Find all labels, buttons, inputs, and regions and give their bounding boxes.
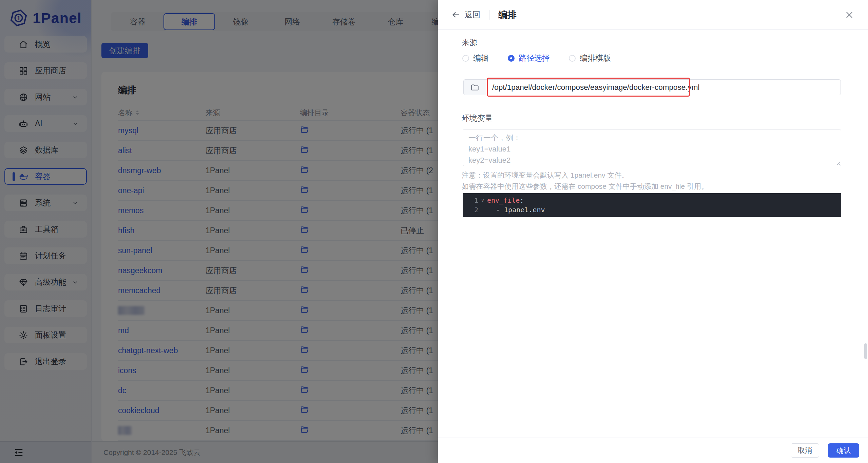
radio-label: 编排模版	[580, 53, 611, 63]
env-label: 环境变量	[462, 113, 493, 123]
source-radio-group: 编辑路径选择编排模版	[462, 53, 611, 63]
header-divider	[489, 10, 489, 20]
fold-icon[interactable]: ∨	[478, 198, 487, 203]
source-radio-1[interactable]: 编辑	[462, 53, 489, 63]
code-token: :	[520, 196, 524, 204]
radio-icon	[508, 55, 515, 62]
cancel-button[interactable]: 取消	[791, 443, 819, 458]
folder-picker-button[interactable]	[463, 79, 486, 95]
back-button[interactable]: 返回	[451, 9, 480, 20]
compose-drawer: 返回 编排 来源 编辑路径选择编排模版 环境变量	[438, 0, 868, 463]
radio-icon	[569, 55, 576, 62]
code-token: - 1panel.env	[487, 206, 545, 214]
env-note-1: 注意：设置的环境变量会默认写入 1panel.env 文件。	[462, 170, 629, 180]
close-icon[interactable]	[844, 10, 854, 20]
drawer-body: 来源 编辑路径选择编排模版 环境变量 注意：设置的环境变量会默认写入 1pane…	[438, 30, 868, 438]
radio-label: 路径选择	[519, 53, 550, 63]
env-note-2: 如需在容器中使用这些参数，还需在 compose 文件中手动添加 env_fil…	[462, 182, 708, 191]
path-input-group	[463, 79, 841, 95]
source-radio-2[interactable]: 路径选择	[508, 53, 550, 63]
drawer-scrollbar[interactable]	[864, 343, 867, 359]
source-label: 来源	[462, 37, 477, 48]
line-number: 2	[463, 206, 478, 214]
env-textarea-wrap	[463, 129, 841, 166]
screen: 1 1Panel 概览应用商店网站AI数据库容器系统工具箱计划任务高级功能日志审…	[0, 0, 868, 463]
compose-path-input[interactable]	[486, 79, 841, 95]
back-label: 返回	[465, 9, 480, 20]
drawer-footer: 取消 确认	[438, 438, 868, 463]
env-code-block: 1 ∨ env_file: 2 ∨ - 1panel.env	[463, 193, 841, 217]
back-arrow-icon	[451, 10, 461, 19]
env-textarea[interactable]	[463, 129, 841, 166]
code-token-key: env_file	[487, 196, 520, 204]
confirm-button[interactable]: 确认	[828, 443, 859, 458]
source-radio-3[interactable]: 编排模版	[569, 53, 611, 63]
line-number: 1	[463, 196, 478, 204]
radio-icon	[462, 55, 469, 62]
code-line: 1 ∨ env_file:	[463, 196, 841, 205]
radio-label: 编辑	[473, 53, 489, 63]
drawer-header: 返回 编排	[438, 0, 868, 30]
drawer-title: 编排	[498, 9, 517, 21]
code-line: 2 ∨ - 1panel.env	[463, 205, 841, 215]
